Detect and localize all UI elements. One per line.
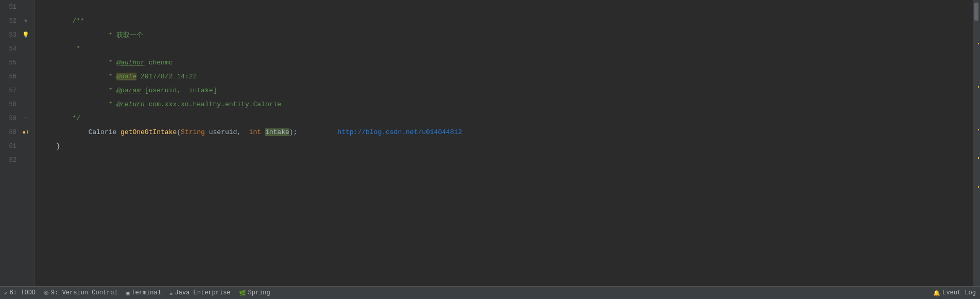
code-line-empty — [40, 167, 973, 181]
line-gutter: 51 52 ▼ 53 💡 54 55 — [0, 0, 35, 286]
version-control-panel-button[interactable]: ⑨ 9: Version Control — [44, 289, 118, 296]
version-control-icon: ⑨ — [44, 290, 49, 296]
spring-label: Spring — [248, 289, 270, 296]
line-number: 55 — [0, 59, 21, 67]
scrollbar-track[interactable] — [973, 0, 980, 286]
event-log-label: Event Log — [942, 289, 976, 296]
code-content: * @return com.xxx.xo.healthy.entity.Calo… — [40, 93, 281, 116]
line-number: 56 — [0, 73, 21, 80]
code-content: } — [40, 142, 60, 150]
code-content — [40, 156, 44, 164]
warning-icon-60[interactable]: ●! — [21, 129, 31, 136]
code-line-empty — [40, 209, 973, 223]
line-number: 51 — [0, 4, 21, 11]
code-line-51 — [40, 0, 973, 14]
code-line-empty — [40, 237, 973, 251]
terminal-panel-button[interactable]: ▣ Terminal — [126, 289, 161, 296]
line-row: 54 — [0, 42, 35, 56]
code-line-empty — [40, 264, 973, 278]
code-area[interactable]: /** * 获取一个 * * @author chenmc * @date 2 — [35, 0, 973, 286]
line-row: 61 — [0, 139, 35, 153]
status-bar: ✓ 6: TODO ⑨ 9: Version Control ▣ Termina… — [0, 286, 980, 299]
line-row: 52 ▼ — [0, 14, 35, 28]
spring-icon: 🌿 — [239, 290, 246, 296]
line-number: 54 — [0, 45, 21, 53]
line-number: 59 — [0, 115, 21, 122]
line-number: 57 — [0, 87, 21, 94]
line-row: 57 — [0, 84, 35, 97]
line-number: 52 — [0, 18, 21, 25]
event-log-button[interactable]: 🔔 Event Log — [933, 289, 976, 296]
code-content: Calorie getOneGtIntake(String useruid, i… — [40, 121, 462, 144]
editor-area: 51 52 ▼ 53 💡 54 55 — [0, 0, 980, 286]
code-line-62 — [40, 153, 973, 167]
todo-panel-button[interactable]: ✓ 6: TODO — [4, 289, 36, 296]
line-row: 62 — [0, 153, 35, 167]
line-numbers: 51 52 ▼ 53 💡 54 55 — [0, 0, 35, 167]
code-line-empty — [40, 251, 973, 264]
event-log-icon: 🔔 — [933, 290, 940, 296]
line-number: 58 — [0, 101, 21, 108]
line-number: 60 — [0, 129, 21, 136]
code-line-empty — [40, 223, 973, 237]
terminal-icon: ▣ — [126, 290, 130, 296]
fold-icon-52[interactable]: ▼ — [21, 18, 31, 24]
line-row: 60 ●! — [0, 125, 35, 139]
code-line-empty — [40, 195, 973, 209]
java-enterprise-panel-button[interactable]: ☕ Java Enterprise — [169, 289, 231, 296]
line-row: 53 💡 — [0, 28, 35, 42]
spring-panel-button[interactable]: 🌿 Spring — [239, 289, 270, 296]
code-line-52: /** — [40, 14, 973, 28]
line-row: 56 — [0, 70, 35, 84]
scrollbar-thumb[interactable] — [974, 3, 978, 21]
line-number: 61 — [0, 143, 21, 150]
version-control-label: 9: Version Control — [51, 289, 118, 296]
line-row: 51 — [0, 0, 35, 14]
code-line-53: * 获取一个 — [40, 28, 973, 42]
code-content — [40, 3, 44, 11]
status-right: 🔔 Event Log — [933, 289, 976, 296]
line-number: 53 — [0, 31, 21, 39]
fold-end-icon-59[interactable]: ─ — [21, 115, 31, 121]
line-number: 62 — [0, 157, 21, 164]
code-line-58: * @return com.xxx.xo.healthy.entity.Calo… — [40, 97, 973, 111]
java-enterprise-label: Java Enterprise — [175, 289, 231, 296]
line-row: 58 — [0, 97, 35, 111]
code-line-54: * — [40, 42, 973, 56]
code-line-empty — [40, 278, 973, 286]
line-row: 55 — [0, 56, 35, 70]
code-content: * 获取一个 — [40, 23, 143, 47]
terminal-label: Terminal — [131, 289, 161, 296]
line-row: 59 ─ — [0, 111, 35, 125]
todo-label: 6: TODO — [10, 289, 36, 296]
bulb-icon-53[interactable]: 💡 — [21, 31, 31, 38]
code-line-empty — [40, 181, 973, 195]
code-line-60: Calorie getOneGtIntake(String useruid, i… — [40, 125, 973, 139]
java-enterprise-icon: ☕ — [169, 290, 173, 296]
todo-icon: ✓ — [4, 290, 8, 296]
